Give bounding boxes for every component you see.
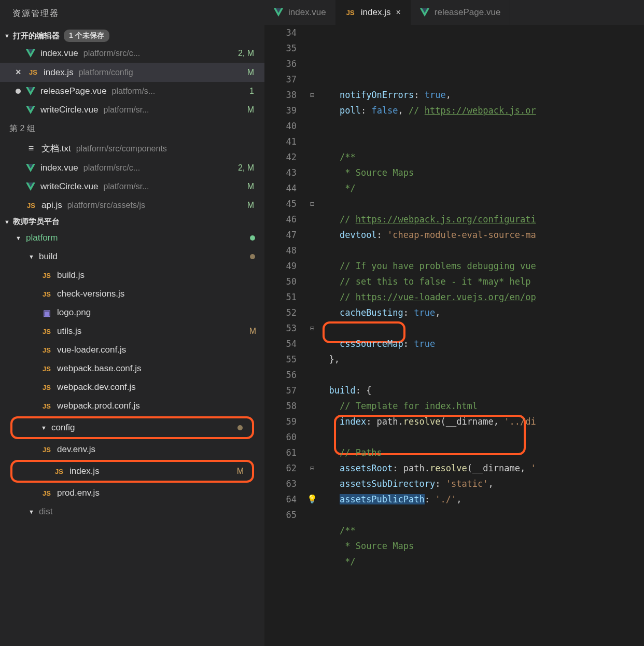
code-line[interactable]: // https://vue-loader.vuejs.org/en/op [318, 289, 644, 305]
js-icon: JS [28, 67, 38, 78]
open-editor-item[interactable]: JSapi.jsplatform/src/assets/jsM [0, 196, 264, 215]
fold-spacer [306, 305, 318, 320]
editor-tab[interactable]: releasePage.vue [411, 0, 511, 25]
vcs-status: M [247, 182, 258, 191]
code-line[interactable]: // set this to false - it *may* help [318, 274, 644, 289]
code-line[interactable]: * Source Maps [318, 538, 644, 554]
file-item[interactable]: JSwebpack.dev.conf.js [0, 378, 264, 397]
chevron-down-icon: ▼ [4, 33, 10, 39]
file-item[interactable]: JSwebpack.prod.conf.js [0, 397, 264, 415]
close-icon[interactable]: × [396, 8, 400, 17]
folder-item[interactable]: ▼config [12, 418, 252, 437]
file-name: index.js [69, 466, 100, 476]
code-line[interactable]: }, [318, 352, 644, 367]
code-editor[interactable]: 3435363738394041424344454647484950515253… [264, 25, 644, 646]
folder-item[interactable]: ▼build [0, 247, 264, 266]
line-number: 38 [264, 87, 297, 103]
fold-spacer [306, 398, 318, 414]
line-number: 61 [264, 445, 297, 460]
fold-spacer [306, 25, 318, 40]
line-number: 46 [264, 212, 297, 227]
file-item[interactable]: JScheck-versions.js [0, 285, 264, 303]
line-number: 65 [264, 507, 297, 523]
unsaved-dot-icon [16, 89, 21, 94]
line-number: 47 [264, 227, 297, 243]
file-name: writeCircle.vue [40, 181, 98, 192]
js-icon: JS [41, 326, 52, 336]
code-line[interactable]: build: { [318, 383, 644, 398]
file-item[interactable]: logo.png [0, 303, 264, 322]
fold-icon[interactable]: ⊟ [306, 320, 318, 336]
code-line[interactable]: // https://webpack.js.org/configurati [318, 212, 644, 227]
folder-item[interactable]: ▼dist [0, 502, 264, 521]
code-line[interactable]: index: path.resolve(__dirname, '../di [318, 414, 644, 429]
file-item[interactable]: JSvue-loader.conf.js [0, 341, 264, 359]
fold-spacer [306, 258, 318, 274]
open-editors-header[interactable]: ▼ 打开的编辑器 1 个未保存 [0, 27, 264, 44]
file-item[interactable]: JSutils.jsM [0, 322, 264, 341]
open-editor-item[interactable]: index.vueplatform/src/c...2, M [0, 159, 264, 177]
line-number: 54 [264, 336, 297, 352]
code-line[interactable] [318, 429, 644, 445]
code-line[interactable] [318, 367, 644, 383]
code-line[interactable] [318, 134, 644, 149]
open-editor-item[interactable]: writeCircle.vueplatform/sr...M [0, 177, 264, 196]
file-item[interactable]: JSindex.jsM [12, 462, 252, 481]
workspace-header[interactable]: ▼ 教师学员平台 [0, 215, 264, 229]
fold-icon[interactable]: ⊟ [306, 196, 318, 212]
fold-spacer [306, 429, 318, 445]
code-line[interactable] [318, 507, 644, 523]
fold-icon[interactable]: ⊟ [306, 87, 318, 103]
open-editor-item[interactable]: releasePage.vueplatform/s...1 [0, 82, 264, 101]
file-item[interactable]: JSwebpack.base.conf.js [0, 359, 264, 378]
js-icon: JS [54, 466, 64, 476]
code-line[interactable] [318, 243, 644, 258]
code-line[interactable]: cacheBusting: true, [318, 305, 644, 320]
open-editor-item[interactable]: ×JSindex.jsplatform/configM [0, 63, 264, 82]
folder-item[interactable]: ▼platform [0, 229, 264, 247]
code-content[interactable]: notifyOnErrors: true, poll: false, // ht… [318, 25, 644, 646]
code-line[interactable]: assetsRoot: path.resolve(__dirname, ' [318, 460, 644, 476]
code-line[interactable]: // Template for index.html [318, 398, 644, 414]
code-line[interactable]: assetsSubDirectory: 'static', [318, 476, 644, 491]
code-line[interactable]: */ [318, 554, 644, 569]
code-line[interactable]: poll: false, // https://webpack.js.or [318, 103, 644, 118]
code-line[interactable]: notifyOnErrors: true, [318, 87, 644, 103]
line-number: 58 [264, 398, 297, 414]
code-line[interactable]: // If you have problems debugging vue [318, 258, 644, 274]
code-line[interactable]: devtool: 'cheap-module-eval-source-ma [318, 227, 644, 243]
file-name: check-versions.js [57, 289, 124, 299]
file-item[interactable]: JSprod.env.js [0, 484, 264, 502]
code-line[interactable] [318, 320, 644, 336]
open-editor-item[interactable]: index.vueplatform/src/c...2, M [0, 44, 264, 63]
code-line[interactable]: cssSourceMap: true [318, 336, 644, 352]
file-item[interactable]: JSbuild.js [0, 266, 264, 285]
fold-icon[interactable]: ⊟ [306, 460, 318, 476]
code-line[interactable]: /** [318, 523, 644, 538]
editor-tab[interactable]: JSindex.js× [336, 0, 411, 25]
open-editor-item[interactable]: 文档.txtplatform/src/components [0, 138, 264, 159]
code-line[interactable] [318, 569, 644, 585]
explorer-title: 资源管理器 [0, 0, 264, 27]
fold-spacer [306, 274, 318, 289]
fold-spacer [306, 72, 318, 87]
code-line[interactable]: // Paths [318, 445, 644, 460]
code-line[interactable] [318, 196, 644, 212]
js-icon: JS [41, 289, 52, 299]
lightbulb-icon[interactable]: 💡 [307, 491, 317, 507]
vue-icon [26, 106, 35, 114]
vcs-status: 1 [249, 87, 258, 96]
close-icon[interactable]: × [16, 67, 23, 78]
editor-tab[interactable]: index.vue [264, 0, 336, 25]
line-number: 35 [264, 40, 297, 56]
file-item[interactable]: JSdev.env.js [0, 440, 264, 459]
code-line[interactable]: */ [318, 180, 644, 196]
js-icon: JS [41, 444, 52, 455]
open-editor-item[interactable]: writeCircle.vueplatform/sr...M [0, 101, 264, 119]
code-line[interactable]: 💡 assetsPublicPath: './', [318, 491, 644, 507]
code-line[interactable]: * Source Maps [318, 165, 644, 180]
code-line[interactable]: /** [318, 149, 644, 165]
line-numbers: 3435363738394041424344454647484950515253… [264, 25, 306, 646]
code-line[interactable] [318, 118, 644, 134]
unsaved-badge: 1 个未保存 [64, 30, 109, 42]
